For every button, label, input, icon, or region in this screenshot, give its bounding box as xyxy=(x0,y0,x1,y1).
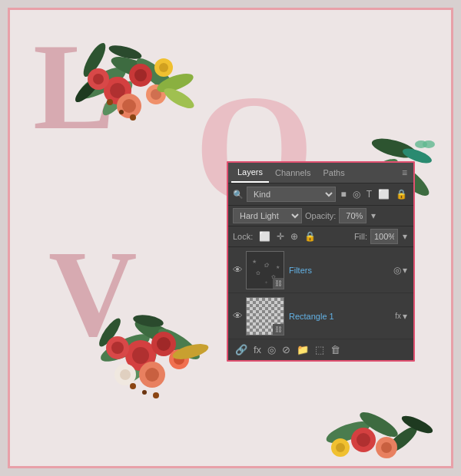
layer-visibility-filters[interactable]: 👁 xyxy=(233,264,243,276)
filter-icon-pixel[interactable]: ■ xyxy=(339,188,347,200)
tab-paths[interactable]: Paths xyxy=(317,164,351,182)
svg-text:★: ★ xyxy=(276,265,280,269)
group-button[interactable]: 📁 xyxy=(294,342,311,357)
filter-icon-smart[interactable]: 🔒 xyxy=(394,188,409,200)
svg-point-43 xyxy=(130,383,136,389)
svg-point-61 xyxy=(357,433,370,447)
filter-icon-shape[interactable]: ⬜ xyxy=(376,188,391,200)
layer-name-filters: Filters xyxy=(289,266,390,275)
filter-icon-text[interactable]: T xyxy=(365,188,373,200)
search-icon: 🔍 xyxy=(233,190,244,200)
svg-point-44 xyxy=(142,390,147,395)
svg-text:★: ★ xyxy=(252,259,257,264)
lock-transparency-icon[interactable]: ⬜ xyxy=(257,230,272,243)
flower-group-bottom xyxy=(71,286,225,409)
tab-layers[interactable]: Layers xyxy=(231,163,269,183)
layer-name-rect1: Rectangle 1 xyxy=(289,312,392,321)
panel-menu-icon[interactable]: ≡ xyxy=(399,164,410,181)
delete-layer-button[interactable]: 🗑 xyxy=(328,342,343,357)
fill-input[interactable] xyxy=(370,229,398,244)
layer-item-rectangle1[interactable]: 👁 ⛓ Rectangle 1 fx ▾ xyxy=(228,293,413,339)
layer-adjustment-icon-filters[interactable]: ◎ xyxy=(393,265,401,276)
layer-dropdown-rect1[interactable]: ▾ xyxy=(401,310,409,322)
panel-bottom-toolbar: 🔗 fx ◎ ⊘ 📁 ⬚ 🗑 xyxy=(228,339,413,360)
panel-tabs: Layers Channels Paths ≡ xyxy=(228,163,413,183)
lock-position-icon[interactable]: ⊕ xyxy=(289,230,300,243)
new-layer-button[interactable]: ⬚ xyxy=(313,342,327,357)
svg-point-22 xyxy=(119,110,124,114)
svg-text:✦: ✦ xyxy=(264,280,268,285)
panel-search-row: 🔍 Kind ■ ◎ T ⬜ 🔒 xyxy=(228,183,413,206)
lock-all-icon[interactable]: 🔒 xyxy=(303,230,317,243)
svg-point-31 xyxy=(132,347,149,364)
layers-panel: Layers Channels Paths ≡ 🔍 Kind ■ ◎ T ⬜ 🔒… xyxy=(227,161,415,362)
layer-chain-rect1: ⛓ xyxy=(273,324,284,335)
fill-dropdown-arrow[interactable]: ▾ xyxy=(401,230,409,243)
flower-group-bottom-right xyxy=(302,386,440,476)
svg-point-39 xyxy=(120,369,131,380)
opacity-input[interactable] xyxy=(339,208,366,223)
layer-item-filters[interactable]: 👁 ✿ ✿ ✿ ✦ ★ ★ ⛓ Filters ◎ ▾ xyxy=(228,247,413,293)
add-style-button[interactable]: fx xyxy=(251,342,264,357)
layer-chain-filters: ⛓ xyxy=(273,278,284,289)
fill-label: Fill: xyxy=(354,232,367,241)
flower-group-top xyxy=(56,21,210,144)
svg-point-63 xyxy=(381,442,392,453)
layer-dropdown-filters[interactable]: ▾ xyxy=(401,264,409,276)
link-layers-button[interactable]: 🔗 xyxy=(233,342,250,357)
mask-button[interactable]: ◎ xyxy=(265,342,278,357)
svg-point-23 xyxy=(130,114,136,121)
opacity-label: Opacity: xyxy=(305,211,336,220)
layer-visibility-rect1[interactable]: 👁 xyxy=(233,310,243,322)
svg-text:✿: ✿ xyxy=(256,270,260,276)
layer-thumbnail-rect1: ⛓ xyxy=(246,297,284,336)
layer-fx-icon-rect1[interactable]: fx xyxy=(395,312,401,320)
svg-point-35 xyxy=(111,342,124,354)
svg-point-18 xyxy=(159,63,168,72)
blend-row: Hard Light Opacity: ▾ xyxy=(228,206,413,226)
layer-thumbnail-filters: ✿ ✿ ✿ ✦ ★ ★ ⛓ xyxy=(246,251,284,289)
adjustment-button[interactable]: ⊘ xyxy=(280,342,293,357)
svg-point-12 xyxy=(93,74,104,84)
svg-point-56 xyxy=(423,140,435,148)
svg-point-10 xyxy=(134,69,147,81)
svg-point-65 xyxy=(336,443,345,452)
svg-point-37 xyxy=(145,368,159,382)
lock-label: Lock: xyxy=(233,232,253,241)
tab-channels[interactable]: Channels xyxy=(269,164,317,182)
lock-row: Lock: ⬜ ✛ ⊕ 🔒 Fill: ▾ xyxy=(228,226,413,247)
svg-point-14 xyxy=(122,99,136,113)
svg-point-21 xyxy=(107,99,113,105)
blend-mode-dropdown[interactable]: Hard Light xyxy=(233,208,302,223)
kind-dropdown[interactable]: Kind xyxy=(247,187,336,202)
lock-image-icon[interactable]: ✛ xyxy=(275,230,286,243)
svg-point-45 xyxy=(153,392,159,398)
svg-text:✿: ✿ xyxy=(264,262,270,269)
svg-point-33 xyxy=(157,337,171,351)
opacity-dropdown-arrow[interactable]: ▾ xyxy=(370,210,377,222)
filter-icon-adjust[interactable]: ◎ xyxy=(351,188,362,200)
